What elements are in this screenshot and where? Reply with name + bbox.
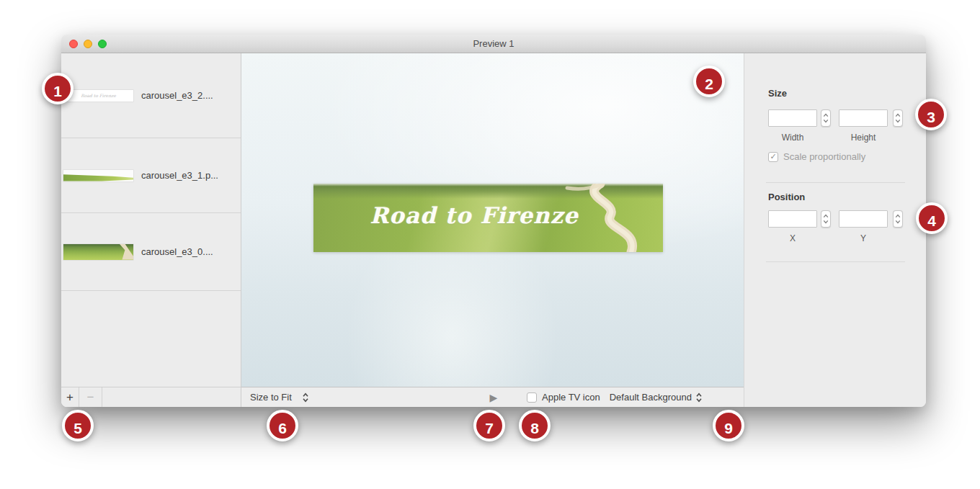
list-item-layer-0[interactable]: carousel_e3_0.... <box>61 213 241 291</box>
annotation-badge-3: 3 <box>915 99 947 130</box>
zoom-level-value: Size to Fit <box>250 392 292 403</box>
annotation-badge-6: 6 <box>267 410 298 441</box>
annotation-badge-5: 5 <box>62 410 94 441</box>
stepper-arrows-icon <box>821 110 830 126</box>
background-dropdown[interactable]: Default Background <box>610 392 703 403</box>
stepper-arrows-icon <box>821 211 830 227</box>
list-item-layer-2[interactable]: Road to Firenze carousel_e3_2.... <box>61 53 241 138</box>
layer-list: Road to Firenze carousel_e3_2.... carous… <box>61 53 241 387</box>
position-y-label: Y <box>839 233 888 243</box>
position-x-input[interactable] <box>768 210 817 228</box>
zoom-level-dropdown[interactable]: Size to Fit <box>250 387 309 407</box>
chevron-up-down-icon <box>302 392 309 403</box>
height-stepper[interactable] <box>893 109 903 127</box>
apple-tv-icon-label: Apple TV icon <box>542 392 600 403</box>
divider <box>766 261 905 262</box>
layer-thumbnail-midground <box>63 170 133 181</box>
annotation-badge-8: 8 <box>519 410 551 441</box>
stepper-arrows-icon <box>894 211 902 227</box>
position-x-label: X <box>768 233 817 243</box>
position-y-input[interactable] <box>839 210 888 228</box>
inspector-panel: Size Width Height ✓ S <box>744 53 926 407</box>
width-label: Width <box>768 133 817 143</box>
height-label: Height <box>839 133 888 143</box>
layer-filename: carousel_e3_2.... <box>141 90 213 101</box>
stepper-arrows-icon <box>894 110 902 126</box>
preview-toolbar: Size to Fit ▶ ✓ Apple TV icon Default <box>241 387 744 407</box>
play-icon: ▶ <box>490 392 498 403</box>
background-dropdown-value: Default Background <box>610 392 692 403</box>
parallax-banner-layer[interactable]: Road to Firenze <box>313 184 663 252</box>
add-layer-button[interactable]: + <box>61 387 79 407</box>
annotation-badge-4: 4 <box>916 202 948 234</box>
height-input[interactable] <box>839 109 888 127</box>
annotation-badge-7: 7 <box>473 410 505 441</box>
scale-proportionally-checkbox[interactable]: ✓ <box>768 152 778 162</box>
size-heading: Size <box>768 88 787 99</box>
layer-thumbnail-background <box>63 244 133 260</box>
layer-filename: carousel_e3_1.p... <box>141 170 218 181</box>
layer-thumbnail-text: Road to Firenze <box>63 90 133 102</box>
position-x-stepper[interactable] <box>821 210 831 228</box>
apple-tv-icon-checkbox[interactable]: ✓ <box>527 392 537 403</box>
scale-proportionally-label: Scale proportionally <box>783 151 865 162</box>
titlebar: Preview 1 <box>61 35 926 53</box>
position-heading: Position <box>768 192 805 202</box>
play-button[interactable]: ▶ <box>485 387 502 407</box>
annotation-badge-9: 9 <box>713 410 744 441</box>
list-item-layer-1[interactable]: carousel_e3_1.p... <box>61 138 241 213</box>
annotation-badge-2: 2 <box>693 66 725 97</box>
layers-sidebar: Road to Firenze carousel_e3_2.... carous… <box>61 53 241 407</box>
width-stepper[interactable] <box>821 109 831 127</box>
chevron-up-down-icon <box>695 392 703 403</box>
divider <box>766 182 905 183</box>
preview-canvas: Road to Firenze <box>241 53 744 387</box>
layer-filename: carousel_e3_0.... <box>141 246 213 257</box>
annotation-badge-1: 1 <box>42 73 74 104</box>
checkmark-icon: ✓ <box>770 153 776 161</box>
banner-title-text: Road to Firenze <box>370 202 579 228</box>
sidebar-footer: + − <box>61 387 241 407</box>
preview-window: Preview 1 Road to Firenze carousel_e3_2.… <box>61 35 926 407</box>
position-y-stepper[interactable] <box>893 210 903 228</box>
width-input[interactable] <box>768 109 817 127</box>
window-title: Preview 1 <box>61 38 926 49</box>
remove-layer-button[interactable]: − <box>79 387 102 407</box>
